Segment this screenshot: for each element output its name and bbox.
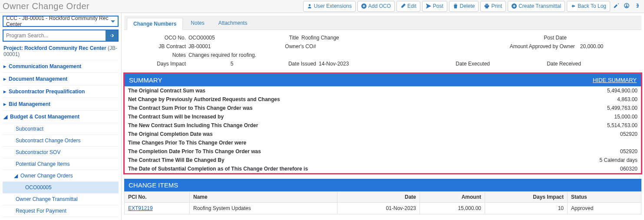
- nav-communication[interactable]: ▸Communication Management: [3, 60, 119, 72]
- col-status[interactable]: Status: [568, 192, 641, 203]
- logout-icon[interactable]: [633, 3, 641, 10]
- create-transmittal-button[interactable]: Create Transmittal: [508, 1, 565, 12]
- tab-notes[interactable]: Notes: [185, 17, 210, 30]
- notes-value: Changes required for roofing.: [188, 52, 256, 58]
- ci-amount: 15,000.00: [420, 203, 485, 214]
- triangle-down-icon: ◢: [14, 173, 18, 179]
- days-value: 5: [231, 61, 234, 67]
- notes-label: Notes: [128, 52, 188, 58]
- user-icon: [307, 3, 312, 9]
- post-date-label: Post Date: [544, 35, 569, 41]
- tab-attachments[interactable]: Attachments: [212, 17, 254, 30]
- col-days[interactable]: Days Impact: [485, 192, 568, 203]
- plus-circle-icon: [512, 3, 517, 9]
- change-items-header: CHANGE ITEMS: [124, 179, 641, 191]
- svg-point-1: [626, 4, 627, 6]
- nav-subcontract[interactable]: Subcontract: [3, 123, 119, 135]
- amt-label: Amount Approved by Owner: [510, 43, 578, 49]
- change-items-table: PCI No. Name Date Amount Days Impact Sta…: [124, 191, 641, 214]
- nav-bid[interactable]: ▸Bid Management: [3, 98, 119, 110]
- plus-circle-icon: [361, 3, 367, 9]
- nav-budget[interactable]: ◢Budget & Cost Management: [3, 110, 119, 123]
- pencil-icon: [400, 3, 406, 9]
- sidebar: CCC - JB-00001 - Rockford Community Rec …: [0, 13, 122, 220]
- nav-sco[interactable]: Subcontract Change Orders: [3, 135, 119, 146]
- summary-title: SUMMARY: [129, 76, 162, 84]
- summary-row: The Original Contract Sum was5,494,900.0…: [125, 86, 641, 95]
- title-label: Title: [275, 35, 301, 41]
- form-grid: OCO No. OCO00005 Title Roofing Change Po…: [122, 30, 644, 72]
- table-row: EXT91219 Roofing System Updates 01-Nov-2…: [125, 203, 641, 214]
- issued-label: Date Issued: [275, 61, 319, 67]
- tab-change-numbers[interactable]: Change Numbers: [127, 18, 183, 30]
- table-header-row: PCI No. Name Date Amount Days Impact Sta…: [125, 192, 641, 203]
- pci-link[interactable]: EXT91219: [128, 205, 153, 211]
- nav-ssov[interactable]: Subcontractor SOV: [3, 146, 119, 158]
- tabs-bar: Change Numbers Notes Attachments: [124, 16, 641, 30]
- owner-co-label: Owner's CO#: [275, 43, 319, 49]
- post-button[interactable]: Post: [422, 1, 447, 12]
- page-title: Owner Change Order: [3, 1, 89, 11]
- summary-section: SUMMARY HIDE SUMMARY The Original Contra…: [123, 72, 642, 174]
- back-to-log-button[interactable]: Back To Log: [567, 1, 610, 12]
- add-oco-button[interactable]: Add OCO: [357, 1, 395, 12]
- gear-icon: [109, 33, 114, 38]
- summary-row: The Contract Time Will Be Changed By5 Ca…: [125, 156, 641, 164]
- summary-row: The Contract Sum Prior to This Change Or…: [125, 104, 641, 112]
- hide-summary-link[interactable]: HIDE SUMMARY: [593, 77, 637, 83]
- col-name[interactable]: Name: [190, 192, 337, 203]
- edit-button[interactable]: Edit: [396, 1, 420, 12]
- triangle-right-icon: ▸: [3, 76, 6, 82]
- send-icon: [426, 3, 431, 9]
- print-icon: [484, 3, 489, 9]
- project-label: Project: Rockford Community Rec Center (…: [3, 42, 119, 60]
- col-date[interactable]: Date: [337, 192, 420, 203]
- summary-row: Time Changes Prior To This Change Order …: [125, 138, 641, 147]
- nav-oct[interactable]: Owner Change Transmittal: [3, 193, 119, 205]
- nav-document[interactable]: ▸Document Management: [3, 72, 119, 85]
- nav-rfp[interactable]: Request For Payment: [3, 205, 119, 217]
- ci-days: 10: [485, 203, 568, 214]
- trash-icon: [453, 3, 458, 9]
- days-label: Days Impact: [128, 61, 188, 67]
- summary-row: The Original Completion Date was052920: [125, 130, 641, 138]
- user-circle-icon[interactable]: [622, 3, 631, 10]
- oco-no-label: OCO No.: [128, 35, 188, 41]
- user-extensions-button[interactable]: User Extensions: [303, 1, 356, 12]
- summary-row: The Date of Substantial Completion as of…: [125, 164, 641, 173]
- nav-subq[interactable]: ▸Subcontractor Prequalification: [3, 85, 119, 98]
- ci-date: 01-Nov-2023: [337, 203, 420, 214]
- delete-button[interactable]: Delete: [449, 1, 479, 12]
- print-button[interactable]: Print: [480, 1, 506, 12]
- summary-row: The New Contract Sum Including This Chan…: [125, 121, 641, 130]
- amt-value: 20,000.00: [580, 43, 603, 49]
- triangle-right-icon: ▸: [3, 63, 6, 69]
- search-settings-button[interactable]: [106, 30, 118, 41]
- arrow-left-icon: [571, 3, 576, 9]
- caret-down-icon: [111, 20, 115, 23]
- triangle-right-icon: ▸: [3, 101, 6, 107]
- col-amount[interactable]: Amount: [420, 192, 485, 203]
- nav-oco-leaf[interactable]: OCO00005: [3, 181, 119, 193]
- title-value: Roofing Change: [301, 35, 339, 41]
- compose-icon[interactable]: [612, 3, 621, 10]
- executed-label: Date Executed: [456, 61, 492, 67]
- summary-row: The Completion Date Prior To This Change…: [125, 147, 641, 156]
- topbar-actions: User Extensions Add OCO Edit Post Delete…: [303, 1, 641, 12]
- project-select[interactable]: CCC - JB-00001 - Rockford Community Rec …: [3, 16, 119, 27]
- nav-pci[interactable]: Potential Change Items: [3, 158, 119, 170]
- program-search-input[interactable]: [3, 30, 106, 41]
- summary-row: Net Change by Previously Authorized Requ…: [125, 95, 641, 104]
- oco-no-value: OCO00005: [188, 35, 215, 41]
- summary-row: The Contract Sum will be Increased by15,…: [125, 112, 641, 121]
- jb-value: JB-00001: [188, 43, 211, 49]
- nav-oco[interactable]: ◢Owner Change Orders: [3, 170, 119, 181]
- jb-label: JB Contract: [128, 43, 188, 49]
- content: Change Numbers Notes Attachments OCO No.…: [122, 13, 644, 214]
- col-pci[interactable]: PCI No.: [125, 192, 190, 203]
- ci-status: Approved: [568, 203, 641, 214]
- issued-value: 14-Nov-2023: [319, 61, 349, 67]
- ci-name: Roofing System Updates: [190, 203, 337, 214]
- triangle-down-icon: ◢: [3, 114, 7, 120]
- nav-csl[interactable]: Compliance Status Log: [3, 217, 119, 220]
